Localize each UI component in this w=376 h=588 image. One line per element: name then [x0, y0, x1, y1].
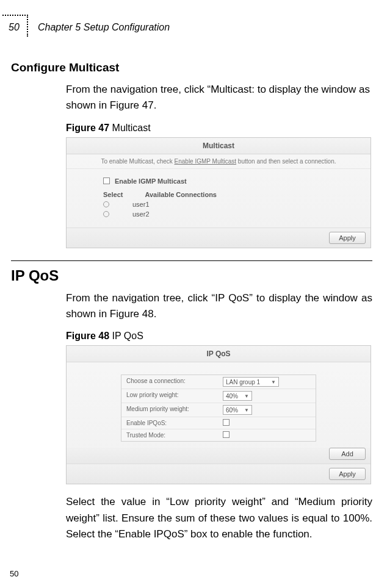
- apply-button[interactable]: Apply: [329, 232, 366, 244]
- figure-47-panel: Multicast To enable Multicast, check Ena…: [66, 137, 371, 248]
- figure-47-body: Enable IGMP Multicast Select Available C…: [67, 169, 371, 228]
- qos-val: 60% ▼: [219, 403, 316, 417]
- figure-47-title: Multicast: [67, 138, 371, 154]
- qos-row-connection: Choose a connection: LAN group 1 ▼: [121, 375, 316, 389]
- qos-label: Low priority weight:: [121, 389, 219, 403]
- chevron-down-icon: ▼: [244, 393, 249, 399]
- paragraph: From the navigation tree, click “Multica…: [66, 82, 372, 114]
- footer-page-number: 50: [10, 569, 18, 578]
- enable-multicast-checkbox[interactable]: [103, 177, 110, 184]
- figure-48-buttons-top: Add: [67, 448, 371, 464]
- qos-label: Trusted Mode:: [121, 429, 219, 441]
- section-divider: [11, 260, 372, 261]
- connection-select[interactable]: LAN group 1 ▼: [223, 377, 279, 387]
- trusted-mode-checkbox[interactable]: [223, 431, 230, 438]
- figure-48-panel: IP QoS Choose a connection: LAN group 1 …: [66, 345, 371, 484]
- section-title-configure-multicast: Configure Multicast: [11, 61, 372, 74]
- col-select: Select: [103, 191, 123, 198]
- connection-row: user2: [103, 210, 364, 218]
- connection-radio[interactable]: [103, 211, 109, 217]
- qos-val: 40% ▼: [219, 389, 316, 403]
- figure-48-title: IP QoS: [67, 346, 371, 362]
- qos-row-medium: Medium priority weight: 60% ▼: [121, 403, 316, 417]
- figure-caption-48: Figure 48 IP QoS: [66, 331, 372, 342]
- figure-47-buttons: Apply: [67, 228, 371, 248]
- page-header: 50 Chapter 5 Setup Configuration: [0, 15, 376, 37]
- qos-val: [219, 417, 316, 429]
- qos-label: Enable IPQoS:: [121, 417, 219, 429]
- connection-radio[interactable]: [103, 201, 109, 207]
- chevron-down-icon: ▼: [244, 407, 249, 413]
- figure-48-buttons-bottom: Apply: [67, 464, 371, 484]
- connection-name: user1: [132, 201, 150, 208]
- figure-48-body: Choose a connection: LAN group 1 ▼ Low p…: [67, 362, 371, 448]
- content-area: Configure Multicast From the navigation …: [0, 37, 376, 542]
- select-value: 60%: [226, 407, 238, 414]
- qos-row-enable: Enable IPQoS:: [121, 417, 316, 429]
- page: 50 Chapter 5 Setup Configuration Configu…: [0, 0, 376, 588]
- enable-multicast-row: Enable IGMP Multicast: [103, 177, 364, 185]
- enable-multicast-label: Enable IGMP Multicast: [115, 177, 187, 185]
- header-chapter-title: Chapter 5 Setup Configuration: [38, 22, 170, 33]
- qos-label: Medium priority weight:: [121, 403, 219, 417]
- hint-underline: Enable IGMP Multicast: [175, 158, 237, 165]
- connection-row: user1: [103, 201, 364, 208]
- connection-name: user2: [132, 210, 150, 218]
- qos-val: LAN group 1 ▼: [219, 375, 316, 389]
- select-value: 40%: [226, 393, 238, 400]
- paragraph: Select the value in “Low priority weight…: [66, 494, 372, 542]
- figure-47-column-headers: Select Available Connections: [103, 191, 364, 198]
- enable-ipqos-checkbox[interactable]: [223, 419, 230, 426]
- low-weight-select[interactable]: 40% ▼: [223, 391, 252, 401]
- qos-row-trusted: Trusted Mode:: [121, 429, 316, 441]
- medium-weight-select[interactable]: 60% ▼: [223, 405, 252, 415]
- qos-label: Choose a connection:: [121, 375, 219, 389]
- col-connections: Available Connections: [145, 191, 217, 198]
- figure-label-bold: Figure 48: [66, 331, 109, 341]
- figure-label-bold: Figure 47: [66, 123, 109, 133]
- apply-button[interactable]: Apply: [329, 468, 366, 480]
- header-page-number: 50: [9, 22, 20, 33]
- select-value: LAN group 1: [226, 379, 260, 385]
- qos-table: Choose a connection: LAN group 1 ▼ Low p…: [121, 375, 316, 442]
- chevron-down-icon: ▼: [271, 379, 276, 385]
- figure-label-rest: IP QoS: [109, 331, 143, 341]
- qos-val: [219, 429, 316, 441]
- add-button[interactable]: Add: [329, 448, 366, 460]
- section-title-ip-qos: IP QoS: [11, 267, 372, 284]
- qos-row-low: Low priority weight: 40% ▼: [121, 389, 316, 403]
- paragraph: From the navigation tree, click “IP QoS”…: [66, 290, 372, 323]
- figure-caption-47: Figure 47 Multicast: [66, 123, 372, 134]
- figure-label-rest: Multicast: [109, 123, 151, 133]
- hint-text: button and then select a connection.: [236, 158, 336, 165]
- figure-47-hint: To enable Multicast, check Enable IGMP M…: [67, 154, 371, 169]
- hint-text: To enable Multicast, check: [101, 158, 174, 165]
